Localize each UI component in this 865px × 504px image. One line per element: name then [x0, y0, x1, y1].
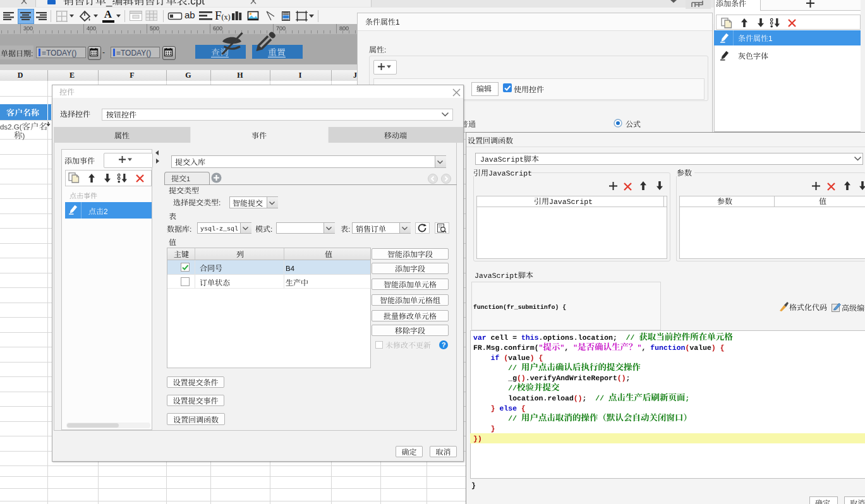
svg-text:?: ?	[442, 341, 446, 349]
